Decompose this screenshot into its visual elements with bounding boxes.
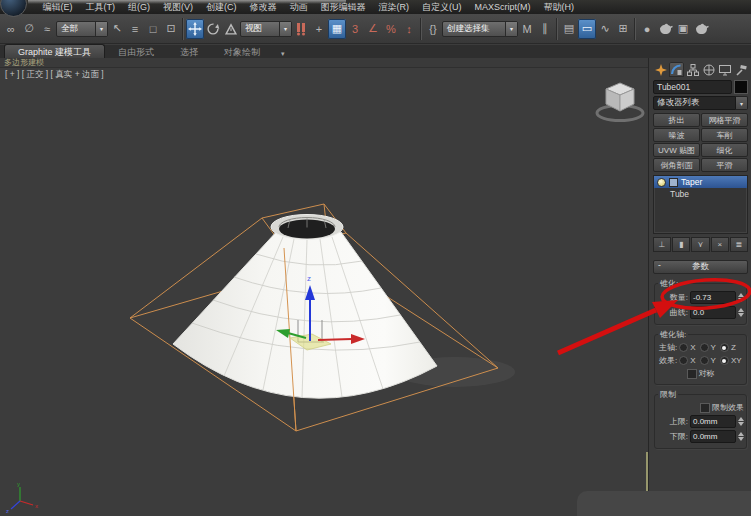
limits-group: 限制 限制效果 上限: 0.0mm 下限: 0.0mm: [654, 394, 747, 449]
menu-rendering[interactable]: 渲染(R): [372, 1, 416, 14]
rectangular-selection-region-icon[interactable]: □: [144, 19, 162, 39]
taper-group: 锥化: 数量: -0.73 曲线: 0.0: [654, 283, 747, 325]
spinner-snap-icon[interactable]: ↕: [400, 19, 418, 39]
render-production-icon[interactable]: [692, 19, 710, 39]
gizmo-x-axis: [318, 339, 352, 340]
viewport-label[interactable]: [ + ] [ 正交 ] [ 真实 + 边面 ]: [5, 69, 104, 81]
viewport[interactable]: [ + ] [ 正交 ] [ 真实 + 边面 ]: [0, 57, 648, 516]
show-end-result-icon[interactable]: ▮: [672, 237, 690, 252]
named-selection-sets-dropdown[interactable]: 创建选择集 ▾: [442, 21, 518, 37]
ribbon-toggle-icon[interactable]: ▭: [578, 19, 596, 39]
select-and-manipulate-icon[interactable]: +: [310, 19, 328, 39]
unlink-selection-icon[interactable]: ∅: [20, 19, 38, 39]
ribbon-panel-polygon-modeling[interactable]: 多边形建模: [0, 58, 648, 68]
use-pivot-center-icon[interactable]: [292, 19, 310, 39]
snap-toggle-3d-icon[interactable]: 3: [346, 19, 364, 39]
object-name-field[interactable]: Tube001: [653, 80, 732, 94]
limit-effect-checkbox[interactable]: [700, 403, 710, 413]
upper-limit-spinner[interactable]: [738, 417, 744, 426]
curve-spinner[interactable]: [738, 308, 744, 317]
tube-object[interactable]: [173, 215, 437, 432]
motion-tab-icon[interactable]: [701, 62, 716, 77]
svg-text:y: y: [17, 481, 20, 487]
make-unique-icon[interactable]: ⋎: [691, 237, 709, 252]
effect-y-radio[interactable]: [700, 356, 709, 365]
selection-filter-dropdown[interactable]: 全部 ▾: [56, 21, 108, 37]
select-and-link-icon[interactable]: ∞: [2, 19, 20, 39]
limits-group-label: 限制: [658, 389, 678, 400]
select-object-icon[interactable]: ↖: [108, 19, 126, 39]
smooth-button[interactable]: 平滑: [701, 158, 748, 172]
tessellate-button[interactable]: 细化: [701, 143, 748, 157]
ribbon-tab-freeform[interactable]: 自由形式: [105, 45, 167, 58]
align-icon[interactable]: ∥: [536, 19, 554, 39]
panel-scrollbar[interactable]: [646, 452, 648, 491]
uvw-map-button[interactable]: UVW 贴图: [653, 143, 700, 157]
reference-coordsys-dropdown[interactable]: 视图 ▾: [240, 21, 292, 37]
display-tab-icon[interactable]: [717, 62, 732, 77]
schematic-view-icon[interactable]: ⊞: [614, 19, 632, 39]
amount-field[interactable]: -0.73: [690, 291, 736, 304]
layer-manager-icon[interactable]: ▤: [560, 19, 578, 39]
chevron-down-icon: ▾: [95, 22, 107, 36]
lower-limit-field[interactable]: 0.0mm: [690, 430, 736, 443]
ribbon-minimize-icon[interactable]: ▾: [273, 50, 293, 58]
remove-modifier-icon[interactable]: ×: [711, 237, 729, 252]
meshsmooth-button[interactable]: 网格平滑: [701, 113, 748, 127]
lower-limit-spinner[interactable]: [738, 432, 744, 441]
ribbon-tab-object-paint[interactable]: 对象绘制: [211, 45, 273, 58]
modify-tab-icon[interactable]: [669, 62, 684, 77]
menu-help[interactable]: 帮助(H): [537, 1, 581, 14]
viewcube[interactable]: [597, 83, 643, 121]
pin-stack-icon[interactable]: ⊥: [653, 237, 671, 252]
select-and-move-icon[interactable]: [186, 19, 204, 39]
select-and-rotate-icon[interactable]: [204, 19, 222, 39]
effect-xy-radio[interactable]: [720, 356, 729, 365]
extrude-button[interactable]: 挤出: [653, 113, 700, 127]
utilities-tab-icon[interactable]: [733, 62, 748, 77]
primary-y-radio[interactable]: [700, 343, 709, 352]
chevron-down-icon[interactable]: ▾: [736, 96, 748, 110]
ribbon-tab-selection[interactable]: 选择: [167, 45, 211, 58]
primary-x-radio[interactable]: [679, 343, 688, 352]
hierarchy-tab-icon[interactable]: [685, 62, 700, 77]
angle-snap-icon[interactable]: ∠: [364, 19, 382, 39]
modifier-enabled-bulb-icon[interactable]: [657, 178, 666, 187]
symmetry-checkbox[interactable]: [687, 369, 697, 379]
bevel-profile-button[interactable]: 倒角剖面: [653, 158, 700, 172]
ribbon-tab-graphite[interactable]: Graphite 建模工具: [4, 44, 105, 58]
primary-z-radio[interactable]: [720, 343, 729, 352]
toolbar-separator: [634, 18, 636, 40]
curve-field[interactable]: 0.0: [690, 306, 736, 319]
material-editor-icon[interactable]: ●: [638, 19, 656, 39]
lathe-button[interactable]: 车削: [701, 128, 748, 142]
percent-snap-icon[interactable]: %: [382, 19, 400, 39]
rendered-frame-window-icon[interactable]: ▣: [674, 19, 692, 39]
object-color-swatch[interactable]: [734, 80, 748, 94]
modifier-list-dropdown[interactable]: 修改器列表: [653, 96, 736, 110]
effect-x-radio[interactable]: [679, 356, 688, 365]
symmetry-label: 对称: [699, 368, 715, 379]
modifier-stack-item-tube[interactable]: Tube: [654, 188, 747, 200]
curve-editor-icon[interactable]: ∿: [596, 19, 614, 39]
keyboard-override-icon[interactable]: ▦: [328, 19, 346, 39]
window-crossing-icon[interactable]: ⊡: [162, 19, 180, 39]
menu-customize[interactable]: 自定义(U): [416, 1, 469, 14]
create-tab-icon[interactable]: [653, 62, 668, 77]
bind-to-spacewarp-icon[interactable]: ≈: [38, 19, 56, 39]
upper-limit-field[interactable]: 0.0mm: [690, 415, 736, 428]
noise-button[interactable]: 噪波: [653, 128, 700, 142]
select-by-name-icon[interactable]: ≡: [126, 19, 144, 39]
modifier-button-grid: 挤出 网格平滑 噪波 车削 UVW 贴图 细化 倒角剖面 平滑: [653, 113, 748, 172]
amount-spinner[interactable]: [738, 293, 744, 302]
select-and-scale-icon[interactable]: [222, 19, 240, 39]
render-setup-icon[interactable]: [656, 19, 674, 39]
limit-effect-label: 限制效果: [712, 402, 744, 413]
modifier-stack-item-taper[interactable]: Taper: [654, 176, 747, 188]
edit-named-selection-sets-icon[interactable]: {}: [424, 19, 442, 39]
configure-modifier-sets-icon[interactable]: ≣: [730, 237, 748, 252]
mirror-icon[interactable]: M: [518, 19, 536, 39]
chevron-down-icon: ▾: [279, 22, 291, 36]
parameters-rollout-header[interactable]: - 参数: [653, 260, 748, 274]
menu-maxscript[interactable]: MAXScript(M): [468, 2, 537, 12]
